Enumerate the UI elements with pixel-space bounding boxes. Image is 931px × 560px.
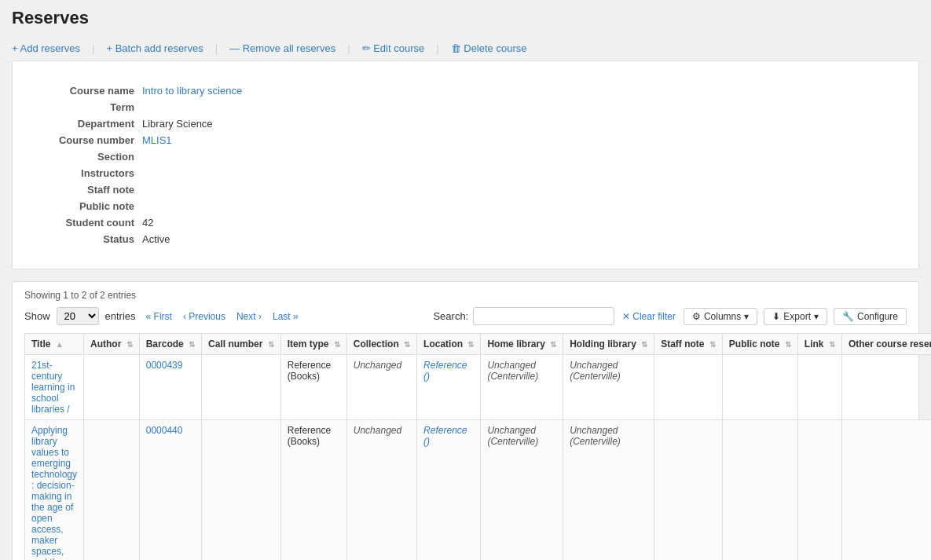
collection-sort-icon: ⇅ xyxy=(404,340,410,349)
controls-left: Show 20 50 100 entries « First ‹ Previou… xyxy=(24,307,302,325)
staff-note-label: Staff note xyxy=(32,184,142,196)
row-other-course-reserves xyxy=(841,355,931,420)
table-row: Applying library values to emerging tech… xyxy=(25,420,932,561)
location-link[interactable]: Reference () xyxy=(423,425,467,447)
columns-button[interactable]: ⚙ Columns ▾ xyxy=(684,308,757,325)
col-link[interactable]: Link ⇅ xyxy=(797,334,841,355)
next-page-button[interactable]: Next › xyxy=(233,309,266,324)
student-count-value: 42 xyxy=(142,217,504,229)
search-input[interactable] xyxy=(473,307,614,325)
columns-dropdown-icon: ▾ xyxy=(744,311,749,322)
col-author[interactable]: Author ⇅ xyxy=(84,334,140,355)
instructors-value xyxy=(142,167,504,179)
col-call-number[interactable]: Call number ⇅ xyxy=(202,334,281,355)
row-title: 21st-century learning in school librarie… xyxy=(25,355,84,420)
row-call-number xyxy=(202,420,281,561)
barcode-link[interactable]: 0000440 xyxy=(146,425,183,436)
table-action-buttons: ⚙ Columns ▾ ⬇ Export ▾ 🔧 Configure xyxy=(684,308,907,325)
row-collection: Unchanged xyxy=(346,420,416,561)
barcode-link[interactable]: 0000439 xyxy=(146,360,183,371)
row-home-library: Unchanged (Centerville) xyxy=(481,420,563,561)
call-number-sort-icon: ⇅ xyxy=(268,340,274,349)
row-author xyxy=(84,420,140,561)
row-staff-note xyxy=(654,420,723,561)
course-details-panel: Course name Intro to library science Ter… xyxy=(12,60,919,269)
row-author xyxy=(84,355,140,420)
row-item-type: Reference (Books) xyxy=(280,420,346,561)
col-home-library[interactable]: Home library ⇅ xyxy=(481,334,563,355)
clear-filter-label: Clear filter xyxy=(632,311,676,322)
export-label: Export xyxy=(783,311,811,322)
col-other-course-reserves: Other course reserves xyxy=(841,334,931,355)
row-staff-note xyxy=(654,355,723,420)
row-barcode: 0000439 xyxy=(139,355,201,420)
table-row: 21st-century learning in school librarie… xyxy=(25,355,932,420)
configure-label: Configure xyxy=(857,311,898,322)
col-title[interactable]: Title ▲ xyxy=(25,334,84,355)
toolbar-sep-4: | xyxy=(436,42,438,54)
term-value xyxy=(142,101,504,113)
col-barcode[interactable]: Barcode ⇅ xyxy=(139,334,201,355)
controls-right: Search: ✕ Clear filter ⚙ Columns ▾ ⬇ Exp xyxy=(433,307,907,325)
home-library-sort-icon: ⇅ xyxy=(550,340,556,349)
student-count-label: Student count xyxy=(32,217,142,229)
toolbar: + Add reserves | + Batch add reserves | … xyxy=(12,36,919,60)
row-collection: Unchanged xyxy=(346,355,416,420)
edit-course-button[interactable]: ✏ Edit course xyxy=(362,42,425,54)
public-note-sort-icon: ⇅ xyxy=(785,340,791,349)
gear-icon: ⚙ xyxy=(692,311,701,322)
remove-all-reserves-button[interactable]: — Remove all reserves xyxy=(229,42,335,54)
barcode-sort-icon: ⇅ xyxy=(189,340,195,349)
show-select[interactable]: 20 50 100 xyxy=(57,307,99,325)
author-sort-icon: ⇅ xyxy=(126,340,133,349)
header-row: Title ▲ Author ⇅ Barcode ⇅ Call number ⇅… xyxy=(25,334,932,355)
link-sort-icon: ⇅ xyxy=(829,340,835,349)
col-staff-note[interactable]: Staff note ⇅ xyxy=(654,334,723,355)
last-page-button[interactable]: Last » xyxy=(269,309,302,324)
course-number-value[interactable]: MLIS1 xyxy=(142,134,504,146)
row-link xyxy=(797,420,841,561)
term-label: Term xyxy=(32,101,142,113)
previous-page-button[interactable]: ‹ Previous xyxy=(179,309,229,324)
clear-filter-button[interactable]: ✕ Clear filter xyxy=(622,311,676,322)
download-icon: ⬇ xyxy=(772,311,780,322)
columns-label: Columns xyxy=(704,311,741,322)
row-holding-library: Unchanged (Centerville) xyxy=(563,420,654,561)
entries-label: entries xyxy=(105,310,136,322)
row-link xyxy=(797,355,841,420)
row-location: Reference () xyxy=(417,420,481,561)
col-holding-library[interactable]: Holding library ⇅ xyxy=(563,334,654,355)
public-note-value xyxy=(142,200,504,212)
item-type-sort-icon: ⇅ xyxy=(334,340,340,349)
holding-library-sort-icon: ⇅ xyxy=(641,340,647,349)
export-dropdown-icon: ▾ xyxy=(814,311,819,322)
show-label: Show xyxy=(24,310,50,322)
delete-course-button[interactable]: 🗑 Delete course xyxy=(451,42,527,54)
title-link[interactable]: 21st-century learning in school librarie… xyxy=(31,360,75,415)
col-public-note[interactable]: Public note ⇅ xyxy=(722,334,797,355)
export-button[interactable]: ⬇ Export ▾ xyxy=(764,308,827,325)
course-number-label: Course number xyxy=(32,134,142,146)
add-reserves-button[interactable]: + Add reserves xyxy=(12,42,80,54)
course-name-value[interactable]: Intro to library science xyxy=(142,85,504,97)
row-home-library: Unchanged (Centerville) xyxy=(481,355,563,420)
status-label: Status xyxy=(32,233,142,245)
pagination-top: « First ‹ Previous Next › Last » xyxy=(142,309,302,324)
col-location[interactable]: Location ⇅ xyxy=(417,334,481,355)
col-item-type[interactable]: Item type ⇅ xyxy=(280,334,346,355)
title-link[interactable]: Applying library values to emerging tech… xyxy=(31,425,77,560)
configure-button[interactable]: 🔧 Configure xyxy=(834,308,907,325)
row-location: Reference () xyxy=(417,355,481,420)
batch-add-reserves-button[interactable]: + Batch add reserves xyxy=(106,42,203,54)
row-holding-library: Unchanged (Centerville) xyxy=(563,355,654,420)
section-value xyxy=(142,151,504,163)
location-link[interactable]: Reference () xyxy=(423,360,467,382)
instructors-label: Instructors xyxy=(32,167,142,179)
toolbar-sep-2: | xyxy=(215,42,218,54)
row-barcode: 0000440 xyxy=(139,420,201,561)
col-collection[interactable]: Collection ⇅ xyxy=(346,334,416,355)
reserves-table-panel: Showing 1 to 2 of 2 entries Show 20 50 1… xyxy=(12,281,919,560)
toolbar-sep-1: | xyxy=(92,42,94,54)
title-sort-icon: ▲ xyxy=(56,340,64,349)
first-page-button[interactable]: « First xyxy=(142,309,176,324)
